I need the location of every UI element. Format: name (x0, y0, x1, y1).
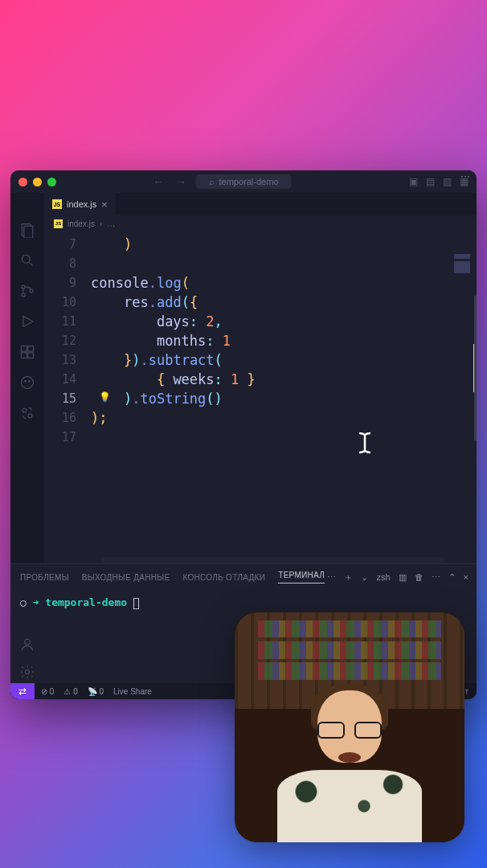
activity-bar-spacer (10, 193, 44, 215)
line-content: res.add({ (91, 293, 198, 312)
tabs-row: JS index.js × ⋯ (10, 193, 477, 215)
svg-line-3 (30, 263, 33, 266)
close-panel-icon[interactable]: × (464, 572, 469, 582)
settings-gear-icon[interactable] (19, 664, 35, 680)
run-debug-icon[interactable] (19, 313, 35, 330)
new-terminal-icon[interactable]: ＋ (344, 571, 353, 583)
nav-back-icon[interactable]: ← (153, 175, 164, 188)
js-file-icon: JS (52, 199, 62, 209)
panel-tabs: ПРОБЛЕМЫВЫХОДНЫЕ ДАННЫЕКОНСОЛЬ ОТЛАДКИТЕ… (10, 564, 477, 590)
remote-indicator[interactable]: ⇄ (10, 683, 35, 699)
overview-ruler[interactable] (474, 296, 477, 440)
line-content: console.log( (91, 273, 190, 293)
editor-area: JS index.js › … 💡 7 )89console.log(10 re… (44, 215, 477, 563)
js-file-icon: JS (54, 219, 63, 228)
editor-tab[interactable]: JS index.js × (44, 193, 116, 215)
command-center[interactable]: ⌕ temporal-demo (196, 174, 292, 189)
line-number: 17 (44, 428, 91, 447)
chevron-right-icon: › (100, 219, 102, 228)
panel-tab[interactable]: КОНСОЛЬ ОТЛАДКИ (182, 573, 265, 582)
terminal-cursor (133, 598, 139, 609)
line-number: 12 (44, 331, 91, 350)
breadcrumb[interactable]: JS index.js › … (44, 215, 477, 231)
code-line[interactable]: 11 days: 2, (44, 312, 477, 331)
window-close-button[interactable] (18, 178, 27, 186)
line-content: days: 2, (91, 312, 223, 331)
layout-panel-icon[interactable]: ▤ (426, 176, 435, 187)
code-line[interactable]: 12 months: 1 (44, 331, 477, 350)
svg-rect-11 (28, 353, 34, 358)
status-warnings[interactable]: ⚠ 0 (63, 687, 77, 696)
live-share-icon[interactable] (19, 405, 35, 421)
code-line[interactable]: 16); (44, 408, 477, 428)
svg-point-16 (28, 414, 32, 418)
copilot-icon[interactable] (19, 375, 35, 391)
code-line[interactable]: 17 (44, 428, 477, 447)
svg-point-12 (22, 377, 34, 389)
code-line[interactable]: 10 res.add({ (44, 293, 477, 312)
search-activity-icon[interactable] (19, 252, 35, 268)
terminal[interactable]: ○ ➜ temporal-demo (10, 590, 477, 616)
layout-secondary-icon[interactable]: ▥ (443, 176, 452, 187)
svg-rect-1 (24, 226, 33, 238)
maximize-panel-icon[interactable]: ⌃ (448, 572, 456, 583)
line-content: months: 1 (91, 331, 231, 350)
more-icon[interactable]: ⋯ (460, 171, 470, 182)
tab-label: index.js (67, 199, 96, 209)
search-text: temporal-demo (219, 177, 279, 186)
traffic-lights (18, 178, 56, 186)
tab-close-icon[interactable]: × (101, 199, 108, 211)
accounts-icon[interactable] (19, 637, 35, 653)
line-number: 11 (44, 312, 91, 331)
layout-controls: ▣ ▤ ▥ ▦ (409, 176, 469, 187)
panel-tab[interactable]: ПРОБЛЕМЫ (20, 573, 69, 582)
code-line[interactable]: 14 { weeks: 1 } (44, 370, 477, 389)
status-ports[interactable]: 📡 0 (88, 687, 104, 696)
activity-bar (10, 215, 44, 563)
status-live-share[interactable]: Live Share (113, 687, 152, 696)
svg-marker-7 (23, 316, 33, 326)
body-row: JS index.js › … 💡 7 )89console.log(10 re… (10, 215, 477, 563)
activity-bar-bottom (10, 637, 44, 680)
code-editor[interactable]: 💡 7 )89console.log(10 res.add({11 days: … (44, 231, 477, 563)
chevron-down-icon[interactable]: ⌄ (361, 572, 368, 583)
panel-tab[interactable]: ТЕРМИНАЛ (278, 571, 325, 583)
window-max-button[interactable] (47, 178, 56, 186)
breadcrumb-more: … (107, 219, 115, 228)
editor-actions: ⋯ (460, 171, 470, 182)
line-number: 9 (44, 273, 91, 293)
source-control-icon[interactable] (19, 283, 35, 299)
lightbulb-icon[interactable]: 💡 (99, 387, 111, 407)
svg-point-6 (30, 289, 33, 293)
nav-forward-icon[interactable]: → (175, 175, 186, 188)
horizontal-scrollbar[interactable] (100, 557, 444, 563)
line-content: ) (91, 235, 132, 254)
shell-label[interactable]: zsh (376, 572, 390, 582)
line-number: 10 (44, 293, 91, 312)
minimap[interactable] (454, 254, 470, 278)
explorer-icon[interactable] (19, 222, 35, 238)
code-line[interactable]: 9console.log( (44, 273, 477, 293)
svg-point-5 (22, 293, 25, 297)
svg-point-15 (23, 408, 27, 412)
trash-icon[interactable]: 🗑 (415, 572, 424, 582)
line-number: 7 (44, 235, 91, 254)
prompt-symbol: ○ (20, 596, 33, 608)
panel-actions: ⋯ ＋ ⌄ zsh ▥ 🗑 ⋯ ⌃ × (327, 571, 469, 583)
line-number: 15 (44, 389, 91, 408)
extensions-icon[interactable] (19, 344, 35, 360)
code-line[interactable]: 7 ) (44, 235, 477, 254)
more-icon[interactable]: ⋯ (432, 572, 440, 583)
more-icon[interactable]: ⋯ (327, 572, 336, 583)
layout-primary-icon[interactable]: ▣ (409, 176, 418, 187)
status-errors[interactable]: ⊘ 0 (41, 687, 54, 696)
svg-point-18 (26, 670, 30, 674)
code-line[interactable]: 8 (44, 254, 477, 273)
line-content: ); (91, 408, 107, 428)
code-line[interactable]: 13 }).subtract( (44, 350, 477, 370)
line-number: 16 (44, 408, 91, 428)
svg-point-13 (25, 381, 27, 383)
window-min-button[interactable] (33, 178, 42, 186)
split-terminal-icon[interactable]: ▥ (399, 572, 407, 583)
panel-tab[interactable]: ВЫХОДНЫЕ ДАННЫЕ (82, 573, 170, 582)
